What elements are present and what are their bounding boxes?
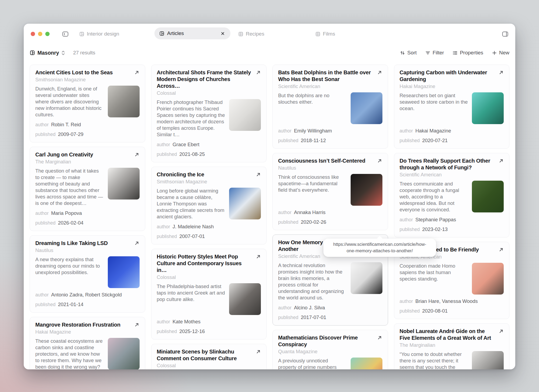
open-link-button[interactable] — [375, 156, 384, 165]
masonry-column: Ancient Cities Lost to the Seas Smithson… — [30, 65, 145, 369]
article-card[interactable]: Chronicling the Ice Smithsonian Magazine… — [151, 167, 267, 244]
tab-label: Articles — [167, 30, 216, 36]
article-author-value: Kate Mothes — [172, 319, 201, 324]
open-link-button[interactable] — [254, 252, 262, 261]
properties-button[interactable]: Properties — [452, 50, 483, 56]
article-title: Ancient Cities Lost to the Seas — [35, 69, 140, 76]
article-title: Chronicling the Ice — [157, 171, 261, 178]
close-window-button[interactable] — [31, 32, 35, 36]
article-description: The question of what it takes to create … — [35, 168, 104, 206]
sidebar-toggle-button[interactable] — [61, 30, 70, 38]
open-link-button[interactable] — [375, 333, 384, 342]
article-published-value: 2021-08-25 — [179, 151, 205, 157]
article-thumbnail — [229, 99, 261, 131]
filter-label: Filter — [433, 50, 444, 56]
new-button[interactable]: New — [492, 50, 509, 56]
external-link-arrow-icon — [134, 152, 139, 157]
tab-interior-design[interactable]: Interior design — [79, 30, 119, 38]
zoom-window-button[interactable] — [45, 32, 50, 36]
results-count: 27 results — [73, 50, 95, 56]
tab-films[interactable]: Films — [315, 30, 335, 38]
article-published-row: published2025-12-16 — [157, 327, 261, 335]
open-link-button[interactable] — [133, 150, 141, 159]
article-card[interactable]: Mathematicians Discover Prime Conspiracy… — [272, 330, 388, 369]
article-card[interactable]: Nobel Laureate André Gide on the Five El… — [394, 323, 510, 369]
article-author-label: author — [278, 128, 292, 134]
sort-label: Sort — [407, 50, 417, 56]
open-link-button[interactable] — [254, 68, 262, 77]
article-thumbnail — [351, 358, 382, 369]
chevron-up-down-icon — [61, 50, 65, 56]
article-title: Mathematicians Discover Prime Conspiracy — [278, 334, 382, 348]
article-card[interactable]: Ancient Cities Lost to the Seas Smithson… — [30, 65, 145, 142]
article-author-row: authorJ. Madeleine Nash — [157, 223, 261, 231]
article-author-row: authorEmily Willingham — [278, 127, 382, 135]
open-link-button[interactable] — [497, 327, 505, 335]
masonry-column: Bats Beat Dolphins in the Battle over Wh… — [272, 65, 388, 369]
article-thumbnail — [472, 92, 504, 124]
tab-close-button[interactable] — [219, 30, 226, 37]
article-body: Dunwich, England, is one of several unde… — [35, 86, 140, 118]
article-source: Hakai Magazine — [35, 328, 140, 335]
article-author-row: authorAnnaka Harris — [278, 208, 382, 216]
external-link-arrow-icon — [256, 172, 261, 177]
article-published-value: 2020-08-01 — [422, 308, 448, 314]
filter-button[interactable]: Filter — [425, 50, 444, 56]
article-title: Historic Pottery Styles Meet Pop Culture… — [157, 253, 261, 274]
minimize-window-button[interactable] — [38, 32, 42, 36]
panel-toggle-button[interactable] — [501, 30, 509, 38]
open-link-button[interactable] — [133, 68, 141, 77]
article-thumbnail — [108, 256, 140, 288]
open-link-button[interactable] — [375, 68, 384, 77]
open-link-button[interactable] — [254, 347, 262, 356]
article-published-label: published — [278, 219, 298, 225]
open-link-button[interactable] — [133, 239, 141, 247]
sidebar-left-icon — [62, 30, 69, 38]
article-card[interactable]: Historic Pottery Styles Meet Pop Culture… — [151, 249, 267, 340]
article-card[interactable]: Dreaming Is Like Taking LSD Nautilus A n… — [30, 235, 145, 313]
article-thumbnail — [229, 188, 261, 219]
tab-articles[interactable]: Articles — [154, 27, 230, 39]
toolbar: Masonry 27 results Sort Filter — [30, 47, 509, 59]
article-author-row: authorAlcino J. Silva — [278, 304, 382, 312]
external-link-arrow-icon — [134, 241, 139, 246]
masonry-grid: Ancient Cities Lost to the Seas Smithson… — [30, 65, 509, 369]
article-published-value: 2020-07-21 — [422, 138, 448, 143]
open-link-button[interactable] — [497, 156, 505, 165]
article-published-label: published — [157, 329, 177, 334]
article-author-row: authorHakai Magazine — [400, 127, 504, 135]
article-published-value: 2021-01-14 — [58, 302, 84, 307]
article-author-row: authorAntonio Zadra, Robert Stickgold — [35, 291, 140, 299]
view-switcher[interactable]: Masonry — [30, 50, 65, 56]
article-body: Long before global warming became a caus… — [157, 188, 261, 220]
open-link-button[interactable] — [497, 68, 505, 77]
article-description: The Philadelphia-based artist taps into … — [157, 283, 226, 315]
article-body: Trees communicate and cooperate through … — [400, 181, 504, 213]
article-description: A new theory explains that dreaming open… — [35, 256, 104, 288]
article-card[interactable]: Consciousness Isn’t Self-Centered Nautil… — [272, 153, 388, 230]
article-description: A technical revolution promises insight … — [278, 262, 347, 301]
open-link-button[interactable] — [133, 320, 141, 329]
article-card[interactable]: Capturing Carbon with Underwater Gardeni… — [394, 65, 510, 149]
article-title: Nobel Laureate André Gide on the Five El… — [400, 328, 504, 341]
article-body: Think of consciousness like spacetime—a … — [278, 174, 382, 206]
article-author-label: author — [400, 128, 413, 134]
tab-recipes[interactable]: Recipes — [238, 30, 264, 38]
toolbar-actions: Sort Filter Properties — [400, 50, 509, 56]
article-author-row: authorKate Mothes — [157, 318, 261, 326]
article-card[interactable]: Miniature Scenes by Slinkachu Comment on… — [151, 344, 267, 369]
article-card[interactable]: Do Trees Really Support Each Other throu… — [394, 153, 510, 237]
sort-button[interactable]: Sort — [400, 50, 417, 56]
open-link-button[interactable] — [254, 170, 262, 179]
tab-label: Recipes — [246, 31, 264, 37]
open-link-button[interactable] — [497, 245, 505, 254]
article-published-value: 2007-07-01 — [179, 233, 205, 239]
article-card[interactable]: Bats Beat Dolphins in the Battle over Wh… — [272, 65, 388, 149]
article-card[interactable]: Mangrove Restoration Frustration Hakai M… — [30, 317, 145, 369]
article-published-value: 2018-11-12 — [301, 138, 326, 143]
article-published-row: published2026-02-04 — [35, 219, 140, 227]
tooltip-url-line-2: one-memory-attaches-to-another/ — [347, 248, 413, 253]
article-card[interactable]: Architectural Shots Frame the Stately Mo… — [151, 65, 267, 162]
grid-icon — [315, 32, 320, 37]
article-card[interactable]: Carl Jung on Creativity The Marginalian … — [30, 147, 145, 231]
